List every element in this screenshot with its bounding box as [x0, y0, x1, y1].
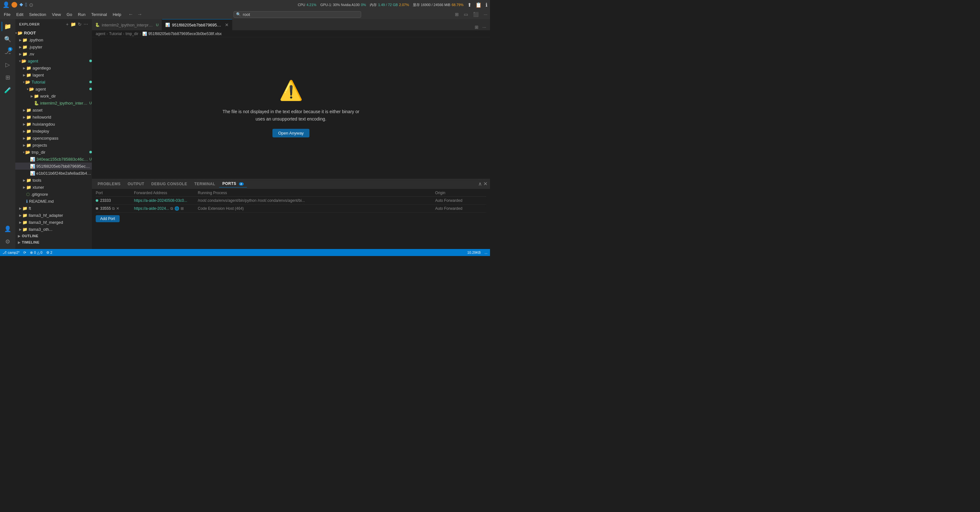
- tree-nv[interactable]: ▶ 📁 .nv: [15, 51, 92, 57]
- port-33555-running: Code Extension Host (464): [198, 206, 435, 211]
- tree-readme[interactable]: ▶ ℹ README.md: [15, 198, 92, 204]
- tree-root[interactable]: ▾ 📂 ROOT: [15, 29, 92, 36]
- breadcrumb-agent[interactable]: agent: [96, 32, 105, 36]
- tab-close-button[interactable]: ✕: [225, 22, 229, 27]
- nav-forward-button[interactable]: →: [136, 11, 143, 18]
- tree-tools[interactable]: ▶ 📁 tools: [15, 177, 92, 184]
- tree-excel-e1b[interactable]: ▶ 📊 e1b011b6f24be2afe8ad3b4f0ef72ec1.xls…: [15, 170, 92, 177]
- tree-jupyter[interactable]: ▶ 📁 .jupyter: [15, 43, 92, 51]
- agentlego-label: agentlego: [33, 66, 92, 70]
- tree-helloworld[interactable]: ▶ 📁 helloworld: [15, 114, 92, 120]
- info-icon[interactable]: ℹ: [485, 2, 487, 8]
- excel-951-icon: 📊: [30, 164, 35, 169]
- nav-back-button[interactable]: ←: [127, 11, 135, 18]
- breadcrumb-tmp-dir[interactable]: tmp_dir: [126, 32, 138, 36]
- add-port-button[interactable]: Add Port: [96, 215, 119, 222]
- tree-asset[interactable]: ▶ 📁 asset: [15, 106, 92, 114]
- tree-ft[interactable]: ▶ 📁 ft: [15, 204, 92, 212]
- port-copy-icon[interactable]: ⧉: [112, 206, 115, 211]
- split-editor-button[interactable]: ⊞: [453, 11, 460, 17]
- tree-tutorial[interactable]: ▾ 📂 Tutorial: [15, 78, 92, 86]
- new-file-button[interactable]: +: [66, 22, 68, 27]
- tree-agent-sub[interactable]: ▾ 📂 agent: [15, 86, 92, 92]
- tree-tmp-dir[interactable]: ▾ 📂 tmp_dir: [15, 149, 92, 155]
- menu-view[interactable]: View: [49, 11, 64, 17]
- tree-llama3-oth[interactable]: ▶ 📁 llama3_oth...: [15, 226, 92, 233]
- tools-folder-icon: 📁: [26, 178, 31, 183]
- sync-button[interactable]: ⟳: [23, 250, 26, 255]
- tree-xtuner[interactable]: ▶ 📁 xtuner: [15, 184, 92, 191]
- more-button[interactable]: ···: [482, 11, 489, 17]
- tree-llama3-adapter[interactable]: ▶ 📁 llama3_hf_adapter: [15, 212, 92, 219]
- lmdeploy-label: lmdeploy: [33, 129, 92, 133]
- new-folder-button[interactable]: 📁: [70, 22, 76, 27]
- menu-selection[interactable]: Selection: [27, 11, 48, 17]
- port-23333-forwarded: https://a-aide-20240508-03c0...: [134, 198, 198, 203]
- split-right-button[interactable]: ⊞: [473, 24, 480, 30]
- activity-test[interactable]: 🧪: [2, 84, 14, 96]
- menu-help[interactable]: Help: [110, 11, 124, 17]
- tree-huixiangdou[interactable]: ▶ 📁 huixiangdou: [15, 120, 92, 127]
- activity-run[interactable]: ▷: [2, 59, 14, 71]
- activity-settings[interactable]: ⚙: [2, 236, 14, 248]
- tree-lmdeploy[interactable]: ▶ 📁 lmdeploy: [15, 127, 92, 135]
- remote-status[interactable]: ⚙ 2: [46, 250, 52, 255]
- tree-ipython[interactable]: ▶ 📁 .ipython: [15, 36, 92, 43]
- more-actions-button[interactable]: ···: [481, 24, 487, 30]
- menu-file[interactable]: File: [1, 11, 13, 17]
- tree-agentlego[interactable]: ▶ 📁 agentlego: [15, 64, 92, 71]
- panel-tab-output[interactable]: OUTPUT: [124, 181, 147, 187]
- refresh-button[interactable]: ↻: [78, 22, 82, 27]
- tree-projects[interactable]: ▶ 📁 projects: [15, 141, 92, 149]
- git-branch-status[interactable]: ⎇ camp2*: [3, 250, 19, 255]
- timeline-section[interactable]: ▶ TIMELINE: [15, 239, 92, 246]
- tab-excel-951[interactable]: 📊 951f88205eb7bb879695ece3b0be538f.xlsx …: [162, 19, 232, 30]
- breadcrumb-tutorial[interactable]: Tutorial: [109, 32, 122, 36]
- layout-button[interactable]: ▭: [463, 11, 469, 17]
- activity-account[interactable]: 👤: [2, 223, 14, 235]
- menu-terminal[interactable]: Terminal: [89, 11, 110, 17]
- port-copy2-icon[interactable]: ⧉: [170, 206, 173, 211]
- menu-go[interactable]: Go: [64, 11, 75, 17]
- port-23333-running: /root/.conda/envs/agent/bin/python /root…: [198, 198, 435, 203]
- tree-lagent[interactable]: ▶ 📁 lagent: [15, 71, 92, 78]
- open-anyway-button[interactable]: Open Anyway: [272, 129, 309, 137]
- tree-excel-340[interactable]: ▶ 📊 340eac155cb785883c46c04d421e0... U: [15, 155, 92, 163]
- tree-internlm-py[interactable]: ▶ 🐍 internlm2_ipython_interpreter_web...…: [15, 100, 92, 106]
- tree-excel-951[interactable]: ▶ 📊 951f88205eb7bb879695ece3b0be538fx...: [15, 163, 92, 170]
- port-preview-icon[interactable]: ⊞: [181, 206, 184, 211]
- port-open-icon[interactable]: 🌐: [175, 206, 179, 211]
- remote-icon[interactable]: 📋: [475, 2, 482, 8]
- tab-internlm-py[interactable]: 🐍 internlm2_ipython_interpreter_web_demo…: [92, 19, 162, 30]
- tools-label: tools: [33, 178, 92, 183]
- port-close-icon[interactable]: ✕: [116, 206, 119, 211]
- breadcrumb-file[interactable]: 951f88205eb7bb879695ece3b0be538f.xlsx: [148, 32, 222, 36]
- port-row-23333[interactable]: 23333 https://a-aide-20240508-03c0... /r…: [96, 197, 486, 204]
- activity-source-control[interactable]: ⎇ 5: [2, 46, 14, 58]
- activity-extensions[interactable]: ⊞: [2, 71, 14, 84]
- outline-section[interactable]: ▶ OUTLINE: [15, 233, 92, 239]
- activity-search[interactable]: 🔍: [2, 33, 14, 45]
- menu-run[interactable]: Run: [75, 11, 88, 17]
- panel-tab-ports[interactable]: PORTS 2: [219, 180, 247, 187]
- close-panel-button[interactable]: ✕: [483, 181, 487, 187]
- panel-tab-debug[interactable]: DEBUG CONSOLE: [148, 181, 191, 187]
- minimize-panel-button[interactable]: ∧: [478, 181, 482, 187]
- tree-llama3-merged[interactable]: ▶ 📁 llama3_hf_merged: [15, 219, 92, 226]
- vram-label: 显存 16900 / 24566 MiB: [413, 3, 450, 7]
- tree-work-dir[interactable]: ▶ 📁 work_dir: [15, 92, 92, 100]
- search-input[interactable]: [234, 11, 361, 18]
- upload-icon[interactable]: ⬆: [467, 2, 471, 8]
- errors-warnings-status[interactable]: ⊗ 0 △ 0: [30, 250, 42, 255]
- tree-opencompass[interactable]: ▶ 📁 opencompass: [15, 135, 92, 141]
- activity-explorer[interactable]: 📁: [2, 21, 14, 33]
- panel-tab-terminal[interactable]: TERMINAL: [191, 181, 218, 187]
- panel-tab-problems[interactable]: PROBLEMS: [94, 181, 124, 187]
- menu-edit[interactable]: Edit: [14, 11, 26, 17]
- panel-button[interactable]: ⬛: [472, 11, 480, 17]
- collapse-all-button[interactable]: ⋯: [84, 22, 88, 27]
- tree-agent[interactable]: ▾ 📂 agent: [15, 57, 92, 64]
- search-icon: 🔍: [4, 36, 11, 43]
- tree-gitignore[interactable]: ▶ ⬡ .gitignore: [15, 191, 92, 198]
- port-row-33555[interactable]: 33555 ⧉ ✕ https://a-aide-2024... ⧉ 🌐: [96, 204, 486, 212]
